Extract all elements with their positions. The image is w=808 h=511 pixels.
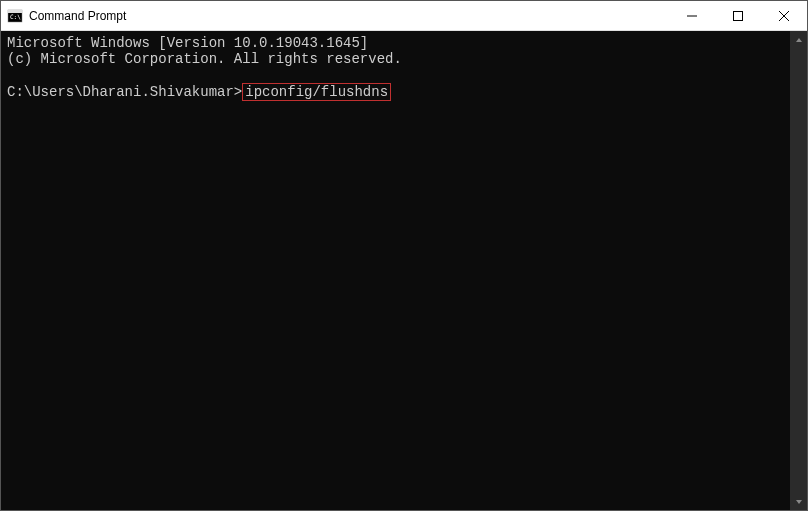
minimize-button[interactable] — [669, 1, 715, 30]
output-line-2: (c) Microsoft Corporation. All rights re… — [7, 51, 784, 67]
app-icon: C:\ — [7, 8, 23, 24]
title-bar: C:\ Command Prompt — [1, 1, 807, 31]
terminal-content[interactable]: Microsoft Windows [Version 10.0.19043.16… — [1, 31, 790, 510]
command-prompt-window: C:\ Command Prompt Micro — [0, 0, 808, 511]
window-title: Command Prompt — [29, 9, 669, 23]
prompt-line: C:\Users\Dharani.Shivakumar>ipconfig/flu… — [7, 83, 784, 101]
vertical-scrollbar[interactable] — [790, 31, 807, 510]
command-highlight: ipconfig/flushdns — [242, 83, 391, 101]
svg-text:C:\: C:\ — [10, 13, 21, 20]
blank-line — [7, 67, 784, 83]
output-line-1: Microsoft Windows [Version 10.0.19043.16… — [7, 35, 784, 51]
window-controls — [669, 1, 807, 30]
prompt-path: C:\Users\Dharani.Shivakumar> — [7, 84, 242, 100]
svg-rect-4 — [734, 11, 743, 20]
scroll-up-arrow[interactable] — [790, 31, 807, 48]
maximize-button[interactable] — [715, 1, 761, 30]
scroll-down-arrow[interactable] — [790, 493, 807, 510]
close-button[interactable] — [761, 1, 807, 30]
command-text: ipconfig/flushdns — [245, 84, 388, 100]
terminal-area[interactable]: Microsoft Windows [Version 10.0.19043.16… — [1, 31, 807, 510]
